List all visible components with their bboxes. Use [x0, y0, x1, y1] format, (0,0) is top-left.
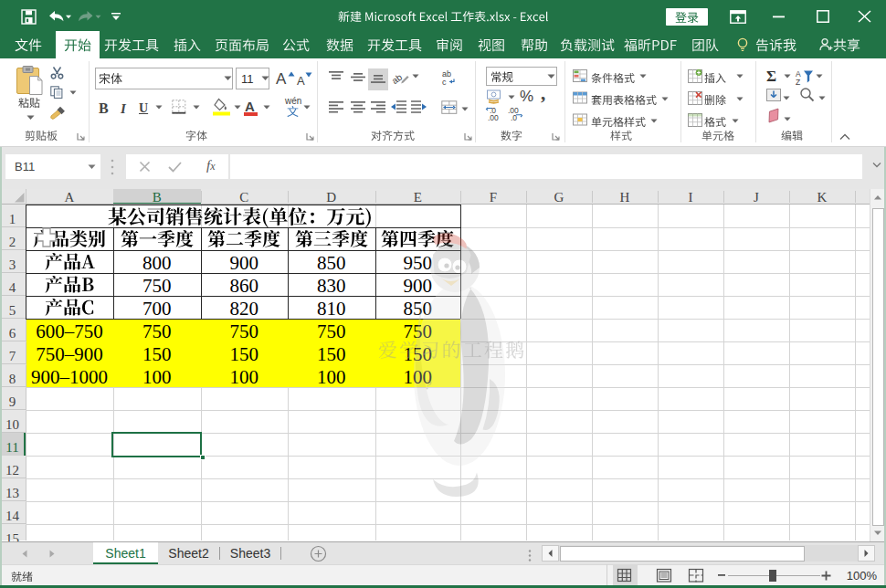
svg-text:ab: ab [390, 72, 405, 87]
svg-text:c: c [442, 78, 447, 87]
svg-text:Z: Z [796, 78, 800, 87]
svg-text:.00: .00 [488, 113, 499, 122]
